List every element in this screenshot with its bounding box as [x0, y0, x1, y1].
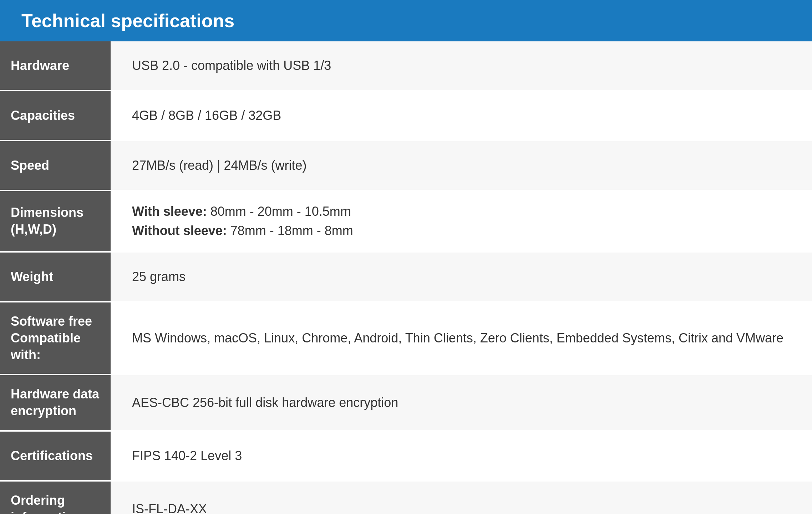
spec-label: Dimensions (H,W,D)	[0, 191, 111, 251]
table-row: Hardware data encryptionAES-CBC 256-bit …	[0, 375, 812, 432]
table-row: Capacities4GB / 8GB / 16GB / 32GB	[0, 91, 812, 141]
spec-value: 25 grams	[111, 253, 812, 301]
table-row: Speed27MB/s (read) | 24MB/s (write)	[0, 141, 812, 191]
spec-label: Ordering information	[0, 482, 111, 514]
page-header: Technical specifications	[0, 0, 812, 41]
spec-label: Weight	[0, 253, 111, 301]
spec-value: MS Windows, macOS, Linux, Chrome, Androi…	[111, 302, 812, 374]
table-row: Ordering informationIS-FL-DA-XX	[0, 482, 812, 514]
spec-label: Hardware data encryption	[0, 375, 111, 430]
spec-value: AES-CBC 256-bit full disk hardware encry…	[111, 375, 812, 430]
spec-label: Speed	[0, 141, 111, 190]
spec-value: With sleeve: 80mm - 20mm - 10.5mmWithout…	[111, 191, 812, 251]
spec-label: Software free Compatible with:	[0, 302, 111, 374]
spec-value: IS-FL-DA-XX	[111, 482, 812, 514]
table-row: Dimensions (H,W,D)With sleeve: 80mm - 20…	[0, 191, 812, 253]
specs-table: HardwareUSB 2.0 - compatible with USB 1/…	[0, 41, 812, 514]
spec-label: Capacities	[0, 91, 111, 140]
table-row: HardwareUSB 2.0 - compatible with USB 1/…	[0, 41, 812, 91]
spec-label: Hardware	[0, 41, 111, 90]
page-title: Technical specifications	[21, 10, 234, 31]
spec-value: USB 2.0 - compatible with USB 1/3	[111, 41, 812, 90]
table-row: CertificationsFIPS 140-2 Level 3	[0, 432, 812, 482]
spec-label: Certifications	[0, 432, 111, 480]
spec-value: 4GB / 8GB / 16GB / 32GB	[111, 91, 812, 140]
table-row: Weight25 grams	[0, 253, 812, 302]
table-row: Software free Compatible with:MS Windows…	[0, 302, 812, 375]
spec-value: FIPS 140-2 Level 3	[111, 432, 812, 480]
spec-value: 27MB/s (read) | 24MB/s (write)	[111, 141, 812, 190]
